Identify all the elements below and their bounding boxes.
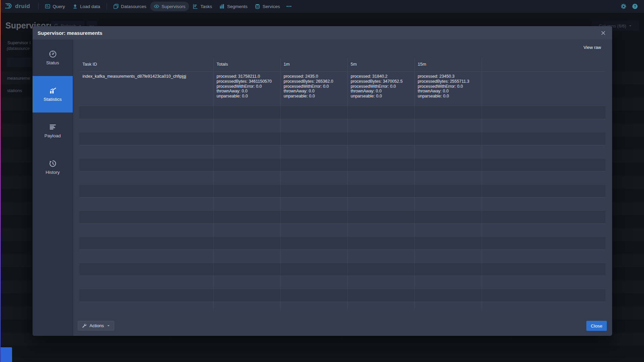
table-cell (213, 289, 280, 302)
table-cell: processed: 31840.2 processedBytes: 34700… (347, 72, 414, 106)
gauge-icon (49, 50, 57, 58)
table-cell (482, 237, 605, 249)
table-row-empty (79, 289, 605, 302)
column-header-task-id[interactable]: Task ID (79, 58, 213, 71)
table-row-empty (79, 210, 605, 223)
table-cell (414, 145, 482, 158)
table-cell (213, 302, 280, 310)
nav-more-button[interactable] (284, 4, 294, 9)
help-icon[interactable]: ? (632, 3, 638, 9)
table-cell (79, 211, 213, 223)
supervisor-dialog: Supervisor: measurements StatusStatistic… (33, 26, 612, 336)
table-cell (79, 302, 213, 310)
table-cell (482, 158, 605, 171)
table-cell (482, 263, 605, 276)
column-header-15m[interactable]: 15m (414, 58, 482, 71)
table-row-empty (79, 106, 605, 119)
table-row-empty (79, 184, 605, 197)
table-cell (280, 132, 347, 145)
tab-status[interactable]: Status (33, 40, 73, 76)
table-cell (347, 302, 414, 310)
table-row-empty (79, 263, 605, 276)
dialog-title: Supervisor: measurements (38, 30, 102, 36)
table-cell (213, 119, 280, 132)
table-cell (414, 276, 482, 289)
table-cell (280, 119, 347, 132)
dialog-side-tabs: StatusStatisticsPayloadHistory (33, 40, 73, 336)
table-cell (482, 198, 605, 210)
table-cell (414, 224, 482, 236)
view-raw-link[interactable]: View raw (583, 45, 601, 50)
column-header-1m[interactable]: 1m (280, 58, 347, 71)
column-header-totals[interactable]: Totals (213, 58, 280, 71)
nav-divider (107, 3, 107, 10)
upload-icon (72, 4, 78, 9)
table-cell (347, 132, 414, 145)
table-cell (79, 132, 213, 145)
left-edge-gradient (0, 0, 1, 362)
nav-item-label: Supervisors (162, 4, 185, 9)
gantt-icon (193, 4, 198, 9)
table-cell (213, 237, 280, 249)
table-row-empty (79, 132, 605, 145)
dialog-header: Supervisor: measurements (33, 26, 612, 40)
table-cell (347, 224, 414, 236)
table-cell (482, 119, 605, 132)
table-cell (213, 145, 280, 158)
table-cell (347, 250, 414, 263)
actions-label: Actions (90, 323, 104, 328)
table-cell (79, 119, 213, 132)
nav-item-datasources[interactable]: Datasources (110, 2, 150, 11)
tab-label: History (46, 170, 60, 175)
tab-label: Status (46, 60, 59, 65)
nav-item-query[interactable]: Query (41, 2, 69, 11)
table-cell (213, 106, 280, 119)
table-cell (482, 106, 605, 119)
druid-logo[interactable]: druid (4, 2, 30, 11)
close-button[interactable]: Close (586, 321, 607, 331)
close-icon[interactable] (599, 29, 607, 37)
table-cell (482, 289, 605, 302)
table-cell (280, 302, 347, 310)
table-cell: processed: 31758211.0 processedBytes: 34… (213, 72, 280, 106)
table-cell (482, 185, 605, 197)
nav-item-supervisors[interactable]: Supervisors (150, 2, 189, 11)
nav-item-load-data[interactable]: Load data (69, 2, 104, 11)
svg-text:?: ? (634, 4, 636, 8)
nav-item-label: Tasks (200, 4, 212, 9)
table-cell (213, 224, 280, 236)
nav-item-services[interactable]: Services (251, 2, 284, 11)
table-cell (213, 250, 280, 263)
nav-divider (38, 3, 39, 10)
tab-statistics[interactable]: Statistics (33, 76, 73, 113)
nav-item-label: Datasources (121, 4, 147, 9)
table-cell (347, 171, 414, 184)
table-cell (79, 198, 213, 210)
table-cell (280, 289, 347, 302)
table-header-row: Task IDTotals1m5m15m (79, 58, 605, 71)
column-header-5m[interactable]: 5m (347, 58, 414, 71)
tab-payload[interactable]: Payload (33, 113, 73, 149)
bottom-left-accent (0, 347, 12, 362)
table-cell (482, 145, 605, 158)
table-cell (79, 237, 213, 249)
tab-history[interactable]: History (33, 149, 73, 186)
table-cell (482, 171, 605, 184)
table-cell (213, 171, 280, 184)
nav-item-segments[interactable]: Segments (216, 2, 251, 11)
actions-button[interactable]: Actions (78, 321, 114, 331)
table-cell (414, 171, 482, 184)
table-cell (280, 250, 347, 263)
table-row-empty (79, 145, 605, 158)
table-cell (414, 263, 482, 276)
gear-icon[interactable] (621, 3, 627, 9)
history-icon (49, 160, 57, 167)
table-row-empty (79, 223, 605, 236)
nav-item-tasks[interactable]: Tasks (189, 2, 216, 11)
table-cell (79, 276, 213, 289)
console-icon (45, 4, 50, 9)
table-cell (280, 211, 347, 223)
table-cell (280, 198, 347, 210)
tab-label: Statistics (44, 97, 62, 102)
table-cell (280, 145, 347, 158)
